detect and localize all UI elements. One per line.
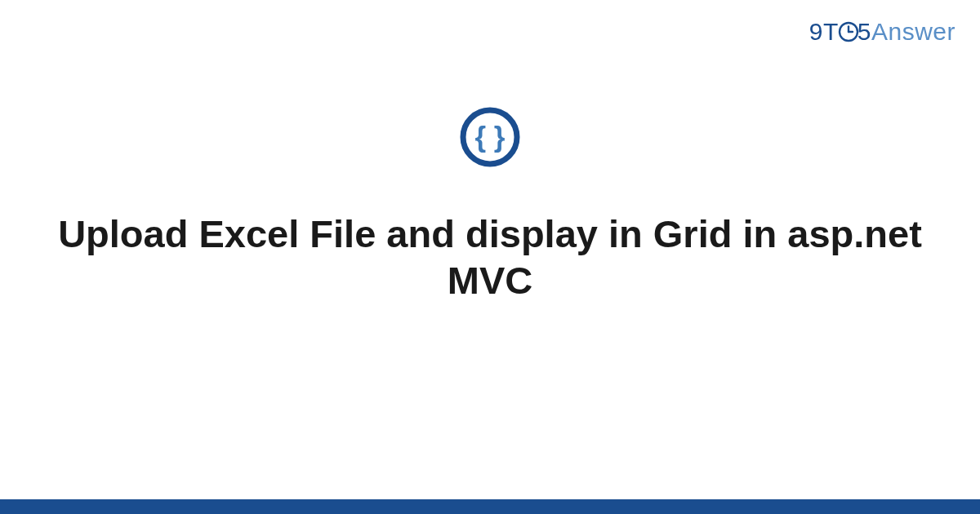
- clock-icon: [838, 20, 859, 48]
- brand-t: T: [823, 18, 839, 45]
- brand-five: 5: [858, 18, 871, 45]
- brand-logo: 9T 5Answer: [809, 18, 956, 48]
- code-braces-icon: { }: [459, 106, 521, 168]
- page-title: Upload Excel File and display in Grid in…: [0, 210, 980, 304]
- footer-bar: [0, 499, 980, 514]
- brand-nine: 9: [809, 18, 823, 45]
- brand-answer: Answer: [871, 18, 956, 45]
- svg-text:{ }: { }: [475, 121, 506, 153]
